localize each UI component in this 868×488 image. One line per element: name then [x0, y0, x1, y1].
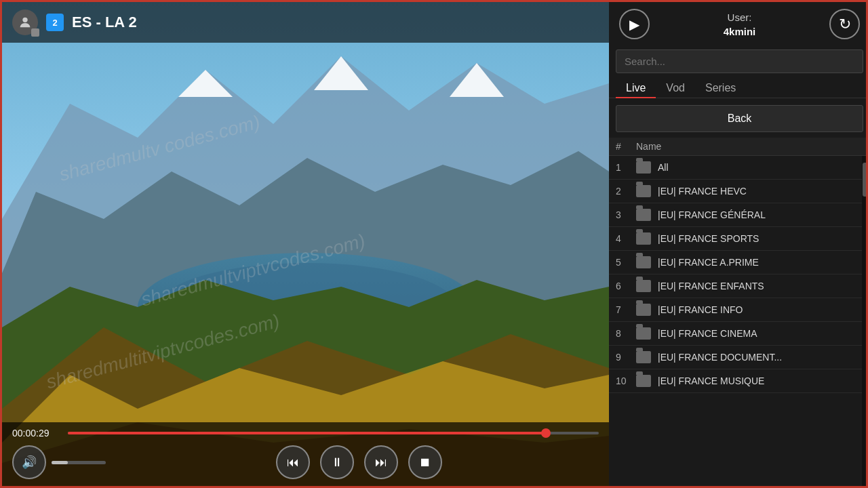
refresh-icon: ↻: [839, 16, 851, 33]
list-item-num: 10: [616, 375, 636, 386]
next-arrow-icon: ▶: [629, 16, 639, 33]
progress-area: 00:00:29: [12, 428, 599, 439]
channel-title: ES - LA 2: [72, 14, 137, 31]
list-item-name: All: [658, 162, 669, 173]
list-item-num: 5: [616, 257, 636, 268]
list-item-num: 3: [616, 209, 636, 220]
list-item-name: |EU| FRANCE ENFANTS: [658, 281, 764, 291]
list-item[interactable]: 1 All: [609, 156, 862, 180]
list-container: 1 All 2 |EU| FRANCE HEVC 3 |EU| FRANCE G…: [609, 156, 868, 488]
search-input[interactable]: [616, 49, 863, 73]
list-item-num: 9: [616, 352, 636, 363]
channel-list: 1 All 2 |EU| FRANCE HEVC 3 |EU| FRANCE G…: [609, 156, 862, 488]
tab-series[interactable]: Series: [695, 79, 746, 98]
list-item[interactable]: 10 |EU| FRANCE MUSIQUE: [609, 369, 862, 393]
list-item-num: 7: [616, 304, 636, 315]
list-header-name: Name: [636, 141, 863, 152]
scrollbar-thumb[interactable]: [863, 163, 868, 197]
folder-icon: [636, 304, 651, 316]
volume-area: 🔊: [12, 445, 106, 479]
next-icon: ⏭: [375, 455, 387, 470]
volume-button[interactable]: 🔊: [12, 445, 46, 479]
progress-fill: [68, 432, 546, 434]
scrollbar[interactable]: [862, 156, 868, 488]
stop-button[interactable]: ⏹: [408, 445, 442, 479]
list-item-num: 8: [616, 328, 636, 339]
tabs: Live Vod Series: [609, 79, 868, 98]
folder-icon: [636, 351, 651, 363]
sidebar-header: ▶ User: 4kmini ↻: [609, 2, 868, 46]
prev-icon: ⏮: [287, 455, 299, 470]
list-item-name: |EU| FRANCE INFO: [658, 304, 743, 315]
folder-icon: [636, 209, 651, 221]
folder-icon: [636, 232, 651, 245]
video-player: sharedmultv codes.com) sharedmultviptvco…: [2, 2, 609, 488]
player-controls: 00:00:29 🔊 ⏮: [2, 422, 609, 488]
list-item[interactable]: 5 |EU| FRANCE A.PRIME: [609, 251, 862, 274]
list-item-name: |EU| FRANCE A.PRIME: [658, 257, 759, 268]
list-item-num: 2: [616, 186, 636, 197]
list-item-num: 1: [616, 162, 636, 173]
back-button[interactable]: Back: [616, 105, 863, 132]
tab-vod[interactable]: Vod: [656, 79, 695, 98]
user-name: 4kmini: [724, 24, 756, 39]
pause-icon: ⏸: [331, 455, 343, 470]
next-button[interactable]: ⏭: [364, 445, 398, 479]
list-item-name: |EU| FRANCE MUSIQUE: [658, 375, 764, 386]
list-item[interactable]: 8 |EU| FRANCE CINEMA: [609, 322, 862, 346]
list-item-name: |EU| FRANCE HEVC: [658, 186, 747, 197]
list-header-num: #: [616, 141, 636, 152]
list-item[interactable]: 7 |EU| FRANCE INFO: [609, 298, 862, 322]
folder-icon: [636, 256, 651, 268]
user-info: User: 4kmini: [724, 10, 756, 39]
list-item-name: |EU| FRANCE SPORTS: [658, 233, 759, 244]
list-item-num: 6: [616, 281, 636, 291]
list-item[interactable]: 3 |EU| FRANCE GÉNÉRAL: [609, 203, 862, 227]
player-topbar: 2 ES - LA 2: [2, 2, 609, 43]
progress-bar[interactable]: [68, 432, 599, 434]
list-item-name: |EU| FRANCE GÉNÉRAL: [658, 209, 766, 220]
svg-point-12: [22, 18, 27, 22]
volume-icon: 🔊: [22, 455, 37, 470]
list-item[interactable]: 9 |EU| FRANCE DOCUMENT...: [609, 346, 862, 369]
tab-live[interactable]: Live: [616, 79, 656, 98]
user-label: User:: [724, 10, 756, 24]
list-header: # Name: [609, 138, 868, 156]
folder-icon: [636, 280, 651, 292]
sidebar: ▶ User: 4kmini ↻ Live Vod Series Back # …: [609, 2, 868, 488]
volume-fill: [52, 461, 68, 464]
volume-bar[interactable]: [52, 461, 106, 464]
list-item[interactable]: 2 |EU| FRANCE HEVC: [609, 180, 862, 203]
list-item-name: |EU| FRANCE DOCUMENT...: [658, 352, 782, 363]
next-channel-button[interactable]: ▶: [619, 9, 650, 39]
channel-badge: 2: [46, 14, 64, 31]
avatar: [12, 9, 38, 35]
list-item-name: |EU| FRANCE CINEMA: [658, 328, 757, 339]
refresh-button[interactable]: ↻: [829, 9, 860, 39]
buttons-row: 🔊 ⏮ ⏸ ⏭ ⏹: [12, 445, 599, 479]
pause-button[interactable]: ⏸: [320, 445, 354, 479]
folder-icon: [636, 375, 651, 387]
progress-thumb: [541, 428, 551, 438]
list-item[interactable]: 4 |EU| FRANCE SPORTS: [609, 227, 862, 251]
center-controls: ⏮ ⏸ ⏭ ⏹: [119, 445, 599, 479]
folder-icon: [636, 185, 651, 197]
prev-button[interactable]: ⏮: [276, 445, 310, 479]
list-item-num: 4: [616, 233, 636, 244]
time-display: 00:00:29: [12, 428, 60, 439]
folder-icon: [636, 161, 651, 174]
list-item[interactable]: 6 |EU| FRANCE ENFANTS: [609, 274, 862, 298]
search-box: [616, 49, 863, 73]
folder-icon: [636, 327, 651, 340]
stop-icon: ⏹: [419, 455, 431, 470]
